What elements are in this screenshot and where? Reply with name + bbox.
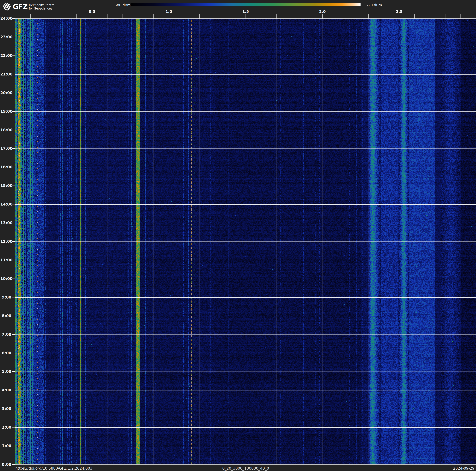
x-axis-tick [414, 14, 415, 18]
x-axis-tick [445, 14, 445, 18]
page: GFZ Helmholtz Centre for Geosciences -80… [0, 0, 476, 471]
y-axis-label: 3:00 [0, 406, 11, 411]
x-axis-tick [307, 14, 307, 18]
y-axis-label: 18:00 [0, 127, 11, 132]
y-axis-label: 5:00 [0, 369, 11, 374]
y-axis-label: 19:00 [0, 109, 11, 113]
colorbar-gradient [131, 3, 360, 6]
y-axis-label: 4:00 [0, 388, 11, 392]
x-axis-tick [61, 14, 61, 18]
y-axis-tick [12, 223, 15, 223]
y-axis-tick [12, 167, 15, 167]
y-axis-label: 17:00 [0, 146, 11, 151]
footer-doi-link: https://doi.org/10.5880/GFZ.1.2.2024.003 [15, 466, 92, 471]
y-axis-label: 9:00 [0, 295, 11, 299]
y-axis-label: 12:00 [0, 239, 11, 244]
logo-subtitle: Helmholtz Centre for Geosciences [29, 3, 54, 10]
y-axis-label: 7:00 [0, 332, 11, 337]
x-axis-tick [261, 14, 261, 18]
y-axis-label: 8:00 [0, 314, 11, 318]
footer-date: 2024-09-29 [453, 466, 475, 471]
x-axis-tick [246, 14, 246, 18]
y-axis-label: 6:00 [0, 351, 11, 355]
y-axis-tick [12, 297, 15, 297]
x-axis-label: 0.5 [89, 10, 95, 14]
y-axis-label: 14:00 [0, 202, 11, 206]
y-axis-label: 21:00 [0, 72, 11, 76]
y-axis-tick [12, 148, 15, 149]
x-axis-label: 2.0 [319, 10, 326, 14]
x-axis-tick [215, 14, 215, 18]
x-axis-tick [460, 14, 461, 18]
y-axis-tick [12, 204, 15, 204]
x-axis-tick [46, 14, 46, 18]
y-axis-tick [12, 279, 15, 279]
x-axis-tick [30, 14, 31, 18]
y-axis-label: 20:00 [0, 91, 11, 95]
gfz-logo: GFZ Helmholtz Centre for Geosciences [3, 2, 54, 11]
y-axis-tick [12, 111, 15, 112]
gfz-globe-icon [3, 3, 11, 11]
y-axis-label: 23:00 [0, 35, 11, 39]
y-axis-label: 13:00 [0, 221, 11, 225]
colorbar-max-label: -20 dBm [367, 3, 382, 7]
x-axis-tick [153, 14, 153, 18]
y-axis-label: 24:00 [0, 16, 11, 21]
logo-brand: GFZ [13, 3, 28, 10]
x-axis-tick [199, 14, 200, 18]
y-axis-tick [12, 390, 15, 390]
x-axis-tick [230, 14, 230, 18]
y-axis-tick [12, 241, 15, 242]
spectrogram-heatmap [15, 18, 476, 465]
x-axis-tick [76, 14, 77, 18]
y-axis-label: 1:00 [0, 444, 11, 448]
x-axis-tick [384, 14, 384, 18]
y-axis-tick [12, 464, 15, 465]
x-axis-tick [122, 14, 123, 18]
y-axis-tick [12, 446, 15, 446]
x-axis-tick [184, 14, 184, 18]
y-axis-label: 2:00 [0, 425, 11, 430]
y-axis-tick [12, 409, 15, 409]
y-axis-label: 11:00 [0, 258, 11, 262]
logo-subtitle-line2: for Geosciences [29, 7, 54, 10]
y-axis-label: 0:00 [0, 462, 11, 467]
y-axis-tick [12, 334, 15, 335]
y-axis-tick [12, 93, 15, 93]
x-axis-tick [107, 14, 107, 18]
x-axis-tick [399, 14, 399, 18]
y-axis-tick [12, 316, 15, 316]
x-axis-label: 1.5 [242, 10, 249, 14]
y-axis-label: 15:00 [0, 183, 11, 188]
x-axis-label: 1.0 [166, 10, 172, 14]
logo-subtitle-line1: Helmholtz Centre [29, 3, 54, 7]
y-axis-label: 10:00 [0, 276, 11, 281]
x-axis-tick [338, 14, 338, 18]
y-axis-tick [12, 74, 15, 74]
x-axis-tick [276, 14, 276, 18]
x-axis-tick [292, 14, 292, 18]
colorbar-min-label: -80 dBm [116, 3, 131, 7]
x-axis-label: 2.5 [396, 10, 403, 14]
footer-filename: 0_20_3000_100000_40_0 [222, 466, 269, 471]
x-axis-tick [353, 14, 353, 18]
y-axis-tick [12, 260, 15, 260]
x-axis-tick [92, 14, 92, 18]
y-axis-tick [12, 371, 15, 372]
x-axis-tick [169, 14, 169, 18]
y-axis-label: 22:00 [0, 53, 11, 58]
x-axis-tick [138, 14, 138, 18]
y-axis-tick [12, 427, 15, 428]
y-axis-tick [12, 18, 15, 18]
y-axis-tick [12, 185, 15, 186]
x-axis-tick [368, 14, 369, 18]
y-axis-label: 16:00 [0, 165, 11, 169]
y-axis-tick [12, 130, 15, 130]
y-axis-tick [12, 37, 15, 37]
x-axis-tick [430, 14, 430, 18]
y-axis-tick [12, 353, 15, 353]
x-axis-tick [322, 14, 323, 18]
y-axis-tick [12, 55, 15, 56]
